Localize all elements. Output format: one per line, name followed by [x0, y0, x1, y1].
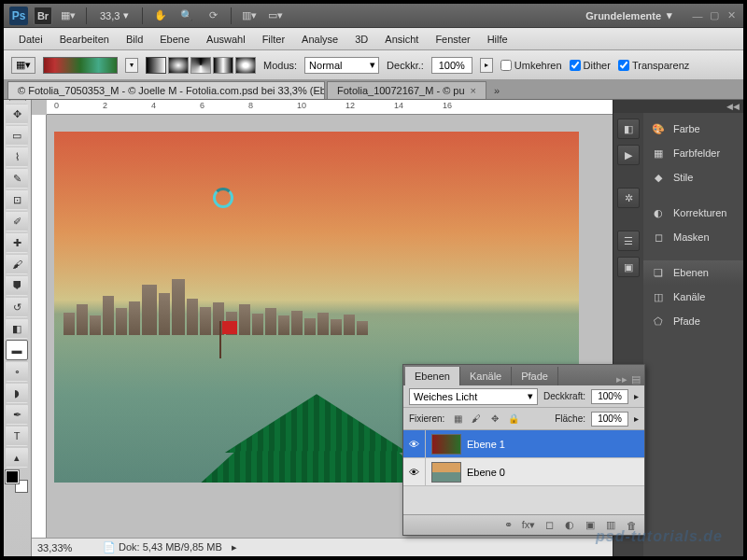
wheel-icon[interactable]: ✲	[617, 188, 640, 208]
panel-korrekturen[interactable]: ◐Korrekturen	[643, 201, 743, 225]
layer-opacity-input[interactable]	[591, 389, 628, 404]
layer-name[interactable]: Ebene 0	[467, 467, 644, 478]
dodge-tool[interactable]: ◗	[6, 383, 28, 403]
navigator-icon[interactable]: ◧	[617, 119, 640, 139]
layer-thumbnail[interactable]	[431, 462, 461, 483]
document-tab-active[interactable]: © Fotolia_7050353_M - © Joelle M - Fotol…	[7, 81, 325, 99]
eyedropper-tool[interactable]: ✐	[6, 211, 28, 231]
path-select-tool[interactable]: ▴	[6, 447, 28, 468]
panel-masken[interactable]: ◻Masken	[643, 225, 743, 249]
transparency-checkbox[interactable]: Transparenz	[618, 60, 689, 71]
menu-analyse[interactable]: Analyse	[294, 30, 345, 49]
workspace-switcher[interactable]: Grundelemente ▾	[580, 9, 678, 21]
menu-hilfe[interactable]: Hilfe	[480, 30, 515, 49]
opacity-input[interactable]	[431, 57, 472, 74]
radial-gradient-button[interactable]	[168, 57, 189, 74]
menu-fenster[interactable]: Fenster	[428, 30, 477, 49]
opacity-slider-icon[interactable]: ▸	[634, 391, 639, 401]
layer-name[interactable]: Ebene 1	[467, 439, 644, 450]
healing-tool[interactable]: ✚	[6, 232, 28, 253]
panel-farbe[interactable]: 🎨Farbe	[643, 117, 743, 141]
zoom-level-select[interactable]: 33,3 ▾	[94, 7, 134, 23]
hand-tool-shortcut[interactable]: ✋	[150, 7, 171, 25]
arrange-documents-button[interactable]: ▥▾	[239, 7, 260, 25]
layer-mask-icon[interactable]: ◻	[542, 518, 557, 533]
lasso-tool[interactable]: ⌇	[6, 147, 28, 167]
eraser-tool[interactable]: ◧	[6, 318, 28, 339]
adjustment-layer-icon[interactable]: ◐	[562, 518, 577, 533]
minimize-button[interactable]: —	[691, 9, 704, 22]
pen-tool[interactable]: ✒	[6, 404, 28, 425]
document-tab[interactable]: Fotolia_10072167_M - © pu×	[327, 81, 486, 99]
tab-overflow-button[interactable]: »	[488, 82, 505, 99]
panel-ebenen[interactable]: ❏Ebenen	[643, 260, 743, 285]
reverse-checkbox[interactable]: Umkehren	[500, 60, 562, 71]
status-document-size[interactable]: 📄 Dok: 5,43 MB/9,85 MB	[103, 541, 222, 553]
crop-tool[interactable]: ⊡	[6, 189, 28, 210]
menu-3d[interactable]: 3D	[347, 30, 375, 49]
menu-bild[interactable]: Bild	[119, 30, 150, 49]
diamond-gradient-button[interactable]	[235, 57, 256, 74]
visibility-toggle-icon[interactable]: 👁	[403, 430, 426, 457]
panel-collapse-icon[interactable]: ▸▸	[616, 373, 627, 385]
layers-tab-pfade[interactable]: Pfade	[512, 367, 558, 385]
move-tool[interactable]: ✥	[6, 104, 28, 124]
gradient-preview[interactable]	[43, 57, 118, 74]
menu-datei[interactable]: Datei	[11, 30, 50, 49]
collapse-dock-icon[interactable]: ◀◀	[726, 102, 740, 111]
layers-tab-kanaele[interactable]: Kanäle	[460, 367, 512, 385]
marquee-tool[interactable]: ▭	[6, 125, 28, 146]
menu-auswahl[interactable]: Auswahl	[199, 30, 253, 49]
menu-bearbeiten[interactable]: Bearbeiten	[52, 30, 117, 49]
quick-select-tool[interactable]: ✎	[6, 168, 28, 189]
fill-slider-icon[interactable]: ▸	[634, 413, 639, 424]
panel-stile[interactable]: ◆Stile	[643, 165, 743, 189]
status-arrow-icon[interactable]: ▸	[232, 541, 237, 553]
actions-icon[interactable]: ▣	[617, 257, 640, 277]
reflected-gradient-button[interactable]	[213, 57, 233, 74]
blend-mode-select[interactable]: Normal▾	[304, 57, 379, 74]
status-zoom[interactable]: 33,33%	[37, 542, 93, 553]
type-tool[interactable]: T	[6, 426, 28, 446]
layers-tab-ebenen[interactable]: Ebenen	[405, 367, 460, 385]
layer-row[interactable]: 👁 Ebene 1	[403, 430, 644, 458]
dither-checkbox[interactable]: Dither	[570, 60, 611, 71]
layers-panel[interactable]: Ebenen Kanäle Pfade ▸▸▤ Weiches Licht▾ D…	[402, 364, 645, 536]
foreground-background-swatch[interactable]	[6, 470, 28, 493]
view-extras-button[interactable]: ▦▾	[58, 7, 78, 25]
layer-fill-input[interactable]	[591, 412, 628, 427]
panel-kanaele[interactable]: ◫Kanäle	[643, 285, 743, 309]
layer-row[interactable]: 👁 Ebene 0	[403, 458, 644, 486]
linear-gradient-button[interactable]	[146, 57, 166, 74]
link-layers-icon[interactable]: ⚭	[500, 518, 515, 533]
panel-pfade[interactable]: ⬠Pfade	[643, 309, 743, 333]
lock-transparency-icon[interactable]: ▦	[450, 412, 465, 427]
angle-gradient-button[interactable]	[190, 57, 211, 74]
blend-mode-select[interactable]: Weiches Licht▾	[409, 388, 538, 405]
history-icon[interactable]: ☰	[617, 231, 640, 251]
close-button[interactable]: ✕	[725, 9, 738, 22]
close-tab-icon[interactable]: ×	[471, 85, 476, 96]
rotate-view-shortcut[interactable]: ⟳	[203, 7, 223, 25]
histogram-icon[interactable]: ▶	[617, 145, 640, 165]
layer-thumbnail[interactable]	[431, 434, 461, 455]
opacity-arrow[interactable]: ▸	[480, 58, 493, 73]
zoom-tool-shortcut[interactable]: 🔍	[176, 7, 197, 25]
lock-position-icon[interactable]: ✥	[487, 412, 502, 427]
gradient-tool[interactable]: ▬	[6, 340, 28, 360]
history-brush-tool[interactable]: ↺	[6, 297, 28, 317]
screen-mode-button[interactable]: ▭▾	[265, 7, 286, 25]
lock-all-icon[interactable]: 🔒	[506, 412, 521, 427]
bridge-button[interactable]: Br	[34, 7, 52, 25]
blur-tool[interactable]: ∘	[6, 361, 28, 382]
lock-pixels-icon[interactable]: 🖌	[469, 412, 484, 427]
maximize-button[interactable]: ▢	[708, 9, 721, 22]
panel-farbfelder[interactable]: ▦Farbfelder	[643, 141, 743, 165]
visibility-toggle-icon[interactable]: 👁	[403, 458, 426, 485]
stamp-tool[interactable]: ⛊	[6, 275, 28, 296]
vertical-ruler[interactable]	[32, 115, 47, 538]
brush-tool[interactable]: 🖌	[6, 254, 28, 274]
gradient-picker-arrow[interactable]: ▾	[125, 58, 138, 73]
menu-ansicht[interactable]: Ansicht	[377, 30, 426, 49]
layer-fx-icon[interactable]: fx▾	[521, 518, 536, 533]
